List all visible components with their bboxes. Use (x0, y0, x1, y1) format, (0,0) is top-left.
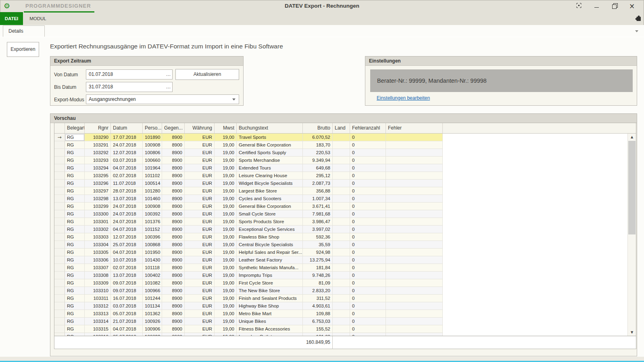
cell-land[interactable] (333, 164, 350, 172)
cell-datum[interactable]: 11.07.2018 (111, 180, 143, 187)
cell-mwst[interactable]: 19,00 (215, 164, 237, 172)
cell-waehrung[interactable]: EUR (185, 318, 215, 325)
cell-fehleranzahl[interactable]: 0 (350, 157, 386, 164)
cell-land[interactable] (333, 287, 350, 295)
cell-datum[interactable]: 04.07.2018 (111, 164, 143, 172)
cell-land[interactable] (333, 272, 350, 279)
cell-belegart[interactable]: RG (65, 149, 85, 157)
table-row[interactable]: RG10331116.07.20181012448900EUR19,00Fini… (54, 295, 443, 302)
cell-brutto[interactable]: 6.753,03 (303, 318, 333, 325)
cell-fehler[interactable] (386, 256, 443, 264)
vertical-scrollbar[interactable]: ▲ ▼ (627, 134, 636, 336)
cell-waehrung[interactable]: EUR (185, 233, 215, 241)
cell-brutto[interactable]: 2.833,20 (303, 287, 333, 295)
column-header-belegart[interactable]: Belegart (65, 123, 85, 133)
cell-datum[interactable]: 09.07.2018 (111, 279, 143, 287)
cell-brutto[interactable]: 183,70 (303, 141, 333, 149)
table-row[interactable]: RG10330425.07.20181008688900EUR19,00Cent… (54, 241, 443, 249)
cell-land[interactable] (333, 203, 350, 210)
cell-fehleranzahl[interactable]: 0 (350, 249, 386, 256)
cell-brutto[interactable]: 3.671,41 (303, 203, 333, 210)
table-row[interactable]: RG10330702.07.20181011188900EUR19,00Synt… (54, 264, 443, 272)
cell-datum[interactable]: 04.07.2018 (111, 249, 143, 256)
cell-brutto[interactable]: 155,52 (303, 325, 333, 333)
cell-datum[interactable]: 28.07.2018 (111, 187, 143, 195)
cell-datum[interactable]: 16.07.2018 (111, 295, 143, 302)
close-button[interactable]: × (623, 0, 641, 12)
cell-fehler[interactable] (386, 318, 443, 325)
cell-gegen[interactable]: 8900 (162, 203, 185, 210)
table-row[interactable]: RG10331203.07.20181011348900EUR19,00High… (54, 302, 443, 310)
cell-waehrung[interactable]: EUR (185, 218, 215, 226)
cell-fehleranzahl[interactable]: 0 (350, 333, 386, 336)
cell-buchungstext[interactable]: Highway Bike Shop (237, 302, 303, 310)
cell-datum[interactable]: 13.07.2018 (111, 195, 143, 203)
cell-mwst[interactable]: 19,00 (215, 141, 237, 149)
cell-datum[interactable]: 24.07.2018 (111, 210, 143, 218)
minimize-button[interactable] (588, 0, 605, 12)
cell-fehler[interactable] (386, 187, 443, 195)
cell-fehleranzahl[interactable]: 0 (350, 310, 386, 318)
cell-buchungstext[interactable]: Travel Sports (237, 134, 303, 141)
cell-rgnr[interactable]: 103310 (85, 287, 111, 295)
cell-buchungstext[interactable]: Extended Tours (237, 164, 303, 172)
cell-land[interactable] (333, 310, 350, 318)
cell-fehler[interactable] (386, 333, 443, 336)
aktualisieren-button[interactable]: Aktualisieren (175, 69, 239, 80)
cell-mwst[interactable]: 19,00 (215, 310, 237, 318)
cell-belegart[interactable]: RG (65, 264, 85, 272)
export-modus-select[interactable]: Ausgangsrechnungen (86, 94, 239, 104)
cell-waehrung[interactable]: EUR (185, 226, 215, 233)
cell-perso[interactable]: 101102 (143, 172, 162, 180)
cell-buchungstext[interactable]: Unique Bikes (237, 318, 303, 325)
ribbon-tab-datei[interactable]: DATEI (0, 12, 23, 25)
cell-fehler[interactable] (386, 180, 443, 187)
cell-waehrung[interactable]: EUR (185, 134, 215, 141)
cell-waehrung[interactable]: EUR (185, 295, 215, 302)
cell-fehleranzahl[interactable]: 0 (350, 187, 386, 195)
cell-datum[interactable]: 13.07.2018 (111, 272, 143, 279)
cell-buchungstext[interactable]: Central Bicycle Specialists (237, 241, 303, 249)
cell-fehleranzahl[interactable]: 0 (350, 203, 386, 210)
cell-mwst[interactable]: 19,00 (215, 233, 237, 241)
cell-waehrung[interactable]: EUR (185, 272, 215, 279)
cell-gegen[interactable]: 8900 (162, 210, 185, 218)
column-header-fehleranzahl[interactable]: Fehleranzahl (350, 123, 386, 133)
cell-land[interactable] (333, 279, 350, 287)
table-row[interactable]: RG10329813.07.20181014608900EUR19,00Cycl… (54, 195, 443, 203)
cell-fehler[interactable] (386, 325, 443, 333)
cell-perso[interactable]: 100966 (143, 287, 162, 295)
cell-perso[interactable]: 100396 (143, 233, 162, 241)
cell-brutto[interactable]: 592,36 (303, 233, 333, 241)
scroll-down-button[interactable]: ▼ (628, 329, 636, 335)
column-header-land[interactable]: Land (333, 123, 350, 133)
cell-land[interactable] (333, 134, 350, 141)
cell-belegart[interactable]: RG (65, 279, 85, 287)
cell-gegen[interactable]: 8900 (162, 272, 185, 279)
cell-waehrung[interactable]: EUR (185, 172, 215, 180)
cell-fehleranzahl[interactable]: 0 (350, 241, 386, 249)
cell-rgnr[interactable]: 103290 (85, 134, 111, 141)
table-row[interactable]: RG10330909.07.20181010828900EUR19,00Firs… (54, 279, 443, 287)
cell-buchungstext[interactable]: Small Cycle Store (237, 210, 303, 218)
cell-waehrung[interactable]: EUR (185, 325, 215, 333)
cell-datum[interactable]: 10.07.2018 (111, 256, 143, 264)
table-row[interactable]: RG10329728.07.20181012808900EUR19,00Larg… (54, 187, 443, 195)
cell-belegart[interactable]: RG (65, 210, 85, 218)
cell-gegen[interactable]: 8900 (162, 172, 185, 180)
cell-belegart[interactable]: RG (65, 249, 85, 256)
cell-belegart[interactable]: RG (65, 241, 85, 249)
cell-datum[interactable]: 05.07.2018 (111, 333, 143, 336)
table-row[interactable]: RG10329212.07.20181008068900EUR19,00Cert… (54, 149, 443, 157)
cell-fehleranzahl[interactable]: 0 (350, 272, 386, 279)
cell-rgnr[interactable]: 103309 (85, 279, 111, 287)
cell-fehler[interactable] (386, 295, 443, 302)
cell-perso[interactable]: 101082 (143, 279, 162, 287)
cell-fehleranzahl[interactable]: 0 (350, 164, 386, 172)
cell-belegart[interactable]: RG (65, 295, 85, 302)
cell-belegart[interactable]: RG (65, 302, 85, 310)
table-row[interactable]: RG10329924.07.20181009088900EUR19,00Gene… (54, 203, 443, 210)
cell-land[interactable] (333, 187, 350, 195)
cell-buchungstext[interactable]: Fitness Bike Accessories (237, 325, 303, 333)
cell-belegart[interactable]: RG (65, 164, 85, 172)
